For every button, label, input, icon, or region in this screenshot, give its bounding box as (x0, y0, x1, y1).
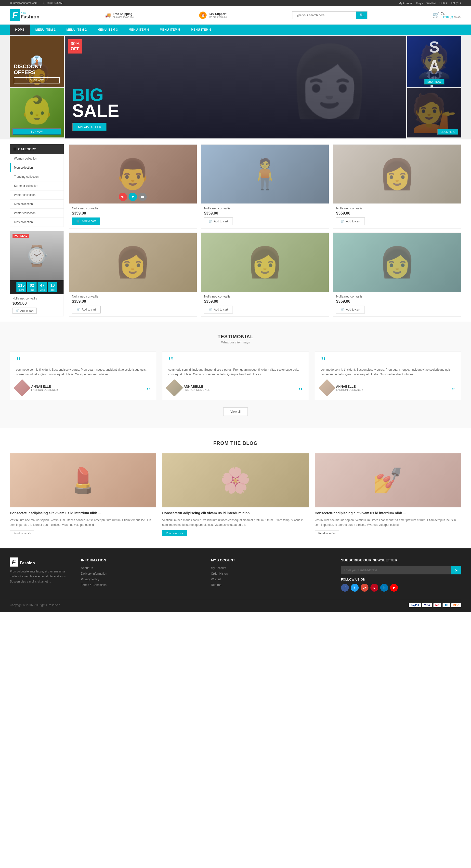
blog-post-title-2: Consectetur adipiscing elit vivam us id … (162, 511, 309, 515)
hero-left-banners: 🧔 DISCOUNT OFFERS SHOP NOW 👶 BUY NOW (10, 36, 64, 138)
footer-link-terms[interactable]: Terms & Conditions (81, 583, 106, 587)
shipping-subtitle: on order above $50 (113, 16, 134, 19)
category-item-winter1[interactable]: Winter collection (10, 190, 64, 199)
cart-text: Cart 0 item (s) $0.00 (441, 12, 461, 19)
language-selector[interactable]: EN 🏴 ▾ (451, 1, 461, 5)
wishlist-link[interactable]: Wishlist (426, 2, 436, 5)
view-all-button[interactable]: View all (223, 407, 247, 416)
hot-deal-add-to-cart[interactable]: 🛒 Add to cart (12, 308, 37, 314)
category-item-kids2[interactable]: Kids collection (10, 218, 64, 227)
footer-link-privacy[interactable]: Privacy Policy (81, 578, 99, 581)
add-to-cart-btn-2[interactable]: 🛒 Add to cart (204, 217, 233, 225)
model-banner: 💁 CLICK HERE (407, 88, 461, 137)
read-more-btn-2[interactable]: Read more >> (162, 530, 187, 536)
search-button[interactable]: 🔍 (356, 11, 367, 19)
product-person-5: 👩 (246, 245, 283, 280)
logo[interactable]: F New Fashion (10, 9, 39, 21)
hero-center-banner: 30% OFF 👩 BIG SALE SPECIAL OFFER (65, 36, 406, 138)
testimonial-author-2: ANNABELLE FASHION DESIGNER " (168, 382, 302, 394)
category-list: Women collection Men collection Trending… (10, 154, 64, 227)
hot-deal-info: Nulla nec convallis $359.00 🛒 Add to car… (10, 294, 64, 316)
blog-post-text-3: Vestibulum nec mauris sapien. Vestibulum… (315, 518, 461, 527)
product-price-2: $359.00 (204, 211, 326, 216)
testimonial-author-3: ANNABELLE FASHION DESIGNER " (321, 382, 455, 394)
product-image-4: 👩 (69, 233, 197, 291)
cart-total: $0.00 (454, 15, 461, 19)
product-info-2: Nulla nec convallis $359.00 🛒 Add to car… (201, 204, 329, 228)
buy-now-button[interactable]: BUY NOW (12, 128, 61, 135)
top-bar-left: ✉ info@webname.com 📞 1800-123-456 (10, 1, 63, 5)
quote-open-2: " (168, 358, 302, 365)
footer-link-returns[interactable]: Returns (211, 583, 221, 587)
truck-icon: 🚚 (105, 12, 111, 18)
payment-icons: PayPal VISA MC AE DISC (409, 603, 461, 607)
sidebar: ☰ CATEGORY Women collection Men collecti… (10, 144, 64, 317)
shop-now-button-2[interactable]: SHOP NOW (424, 79, 444, 85)
support-subtitle: We are available (208, 16, 227, 19)
faq-link[interactable]: Faq's (416, 2, 423, 5)
category-item-kids1[interactable]: Kids collection (10, 199, 64, 209)
footer-link-account[interactable]: My Account (211, 566, 226, 570)
product-compare-btn-1[interactable]: ⇄ (138, 193, 147, 201)
currency-selector[interactable]: USD ▾ (439, 1, 447, 5)
cart-icon-1: 🛒 (76, 219, 80, 223)
category-item-women[interactable]: Women collection (10, 154, 64, 163)
cart-small-icon: 🛒 (16, 309, 19, 312)
social-googleplus[interactable]: g+ (361, 584, 368, 592)
countdown-hours: 02 hrs (27, 282, 37, 292)
add-to-cart-btn-6[interactable]: 🛒 Add to cart (336, 306, 365, 313)
category-item-men[interactable]: Men collection (10, 163, 64, 172)
nav-item-3[interactable]: MENU ITEM 3 (92, 25, 124, 35)
social-twitter[interactable]: t (351, 584, 359, 592)
add-to-cart-btn-1[interactable]: 🛒 Add to cart (72, 217, 100, 225)
read-more-btn-3[interactable]: Read more >> (315, 530, 339, 536)
product-card-4: 👩 Nulla nec convallis $359.00 🛒 Add to c… (69, 232, 197, 317)
phone-link: 📞 1800-123-456 (42, 1, 64, 5)
special-offer-button[interactable]: SPECIAL OFFER (72, 123, 107, 131)
nav-item-1[interactable]: MENU ITEM 1 (30, 25, 61, 35)
category-item-winter2[interactable]: Winter collection (10, 209, 64, 218)
cart-label-4: Add to cart (82, 308, 96, 311)
product-wishlist-btn-1[interactable]: ♥ (129, 193, 137, 201)
testimonial-author-1: ANNABELLE FASHION DESIGNER " (16, 382, 150, 394)
search-input[interactable] (293, 11, 356, 19)
blog-post-text-2: Vestibulum nec mauris sapien. Vestibulum… (162, 518, 309, 527)
read-more-btn-1[interactable]: Read more >> (10, 530, 34, 536)
nav-item-2[interactable]: MENU ITEM 2 (61, 25, 92, 35)
footer-link-orders[interactable]: Order History (211, 572, 228, 576)
footer-link-delivery[interactable]: Delivery Information (81, 572, 107, 576)
footer-link-wishlist[interactable]: Wishlist (211, 578, 221, 581)
social-facebook[interactable]: f (341, 584, 349, 592)
footer-link-about[interactable]: About Us (81, 566, 93, 570)
nav-item-4[interactable]: MENU ITEM 4 (124, 25, 155, 35)
cart-label-5: Add to cart (214, 308, 228, 311)
add-to-cart-btn-3[interactable]: 🛒 Add to cart (336, 217, 365, 225)
product-image-5: 👩 (201, 233, 329, 291)
product-title-3: Nulla nec convallis (336, 207, 458, 210)
add-to-cart-btn-4[interactable]: 🛒 Add to cart (72, 306, 101, 313)
newsletter-submit[interactable]: ➤ (451, 566, 461, 575)
product-view-btn-1[interactable]: 👁 (119, 193, 127, 201)
email-link[interactable]: ✉ info@webname.com (10, 1, 37, 5)
newsletter-input[interactable] (341, 566, 451, 575)
add-to-cart-btn-5[interactable]: 🛒 Add to cart (204, 306, 233, 313)
footer-info-links: About Us Delivery Information Privacy Po… (81, 566, 201, 587)
category-item-trending[interactable]: Trending collection (10, 172, 64, 181)
cart-area[interactable]: 🛒 Cart 0 item (s) $0.00 (433, 12, 461, 19)
click-here-button[interactable]: CLICK HERE (437, 129, 459, 135)
social-youtube[interactable]: ▶ (390, 584, 398, 592)
shop-now-button-1[interactable]: SHOP NOW (14, 77, 60, 84)
social-linkedin[interactable]: in (380, 584, 388, 592)
testimonial-text-2: commodo sem id tincidunt. Suspendisse v … (168, 368, 302, 377)
product-image-1: 👨 👁 ♥ ⇄ (69, 145, 197, 204)
footer-account-heading: MY ACCOUNT (211, 558, 331, 562)
avatar-inner-1 (13, 379, 31, 397)
category-item-summer[interactable]: Summer collection (10, 181, 64, 190)
nav-home[interactable]: HOME (10, 25, 30, 35)
social-pinterest[interactable]: p (370, 584, 378, 592)
header: F New Fashion 🚚 Free Shipping on order a… (0, 6, 471, 25)
nav-item-6[interactable]: MENU ITEM 6 (186, 25, 216, 35)
nav-item-5[interactable]: MENU ITEM 5 (154, 25, 186, 35)
product-card-3: 👩 Nulla nec convallis $359.00 🛒 Add to c… (333, 144, 461, 228)
my-account-link[interactable]: My Account (399, 2, 413, 5)
